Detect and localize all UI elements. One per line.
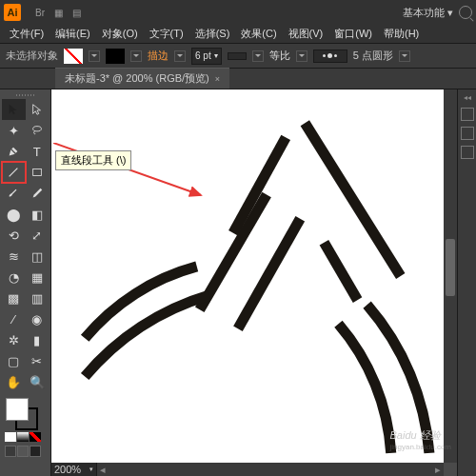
workspace-switcher[interactable]: 基本功能 ▾ (403, 6, 453, 20)
direct-selection-tool[interactable] (26, 99, 50, 120)
menu-help[interactable]: 帮助(H) (380, 27, 423, 41)
doc-icon[interactable]: ▤ (69, 5, 84, 20)
document-tabs: 未标题-3* @ 200% (RGB/预览) × (0, 69, 476, 89)
magic-wand-tool[interactable]: ✦ (2, 120, 26, 141)
gradient-tool[interactable]: ▥ (26, 288, 50, 308)
perspective-grid-tool[interactable]: ▦ (26, 267, 50, 288)
color-white[interactable] (5, 432, 16, 442)
panel-icon-3[interactable] (461, 146, 474, 159)
color-none[interactable] (30, 432, 41, 442)
search-icon[interactable] (459, 6, 472, 19)
column-graph-tool[interactable]: ▮ (26, 329, 50, 350)
svg-line-1 (10, 169, 18, 177)
free-transform-tool[interactable]: ◫ (26, 246, 50, 267)
menu-edit[interactable]: 编辑(E) (51, 27, 94, 41)
menu-type[interactable]: 文字(T) (146, 27, 188, 41)
panel-icon-2[interactable] (461, 127, 474, 140)
selection-status: 未选择对象 (6, 49, 58, 63)
width-tool[interactable]: ≋ (2, 246, 26, 267)
draw-inside[interactable] (30, 446, 41, 457)
draw-normal[interactable] (5, 446, 16, 457)
scale-tool[interactable]: ⤢ (26, 225, 50, 246)
document-tab[interactable]: 未标题-3* @ 200% (RGB/预览) × (55, 68, 229, 89)
blob-brush-tool[interactable]: ⬤ (2, 204, 26, 225)
eyedropper-tool[interactable]: ⁄ (2, 308, 26, 329)
bridge-icons: Br ▦ ▤ (32, 5, 84, 20)
screen-mode-row (2, 446, 49, 457)
app-logo-icon: Ai (4, 4, 21, 21)
stroke-weight-input[interactable]: 6 pt▾ (191, 48, 222, 65)
panel-dock: ◂◂ (457, 89, 476, 476)
menu-window[interactable]: 窗口(W) (330, 27, 376, 41)
tool-tooltip: 直线段工具 (\) (55, 150, 131, 170)
profile-preview[interactable] (313, 50, 347, 63)
toolbox-grip[interactable] (2, 91, 49, 99)
selection-tool[interactable] (2, 99, 26, 120)
menu-file[interactable]: 文件(F) (6, 27, 48, 41)
color-mode-swatches (2, 432, 49, 442)
eraser-tool[interactable]: ◧ (26, 204, 50, 225)
horizontal-scrollbar: 200%▾ ◂ ▸ (51, 463, 444, 476)
artboard[interactable] (51, 89, 444, 463)
document-tab-label: 未标题-3* @ 200% (RGB/预览) (65, 71, 209, 86)
stroke-swatch[interactable] (106, 49, 125, 64)
blend-tool[interactable]: ◉ (26, 308, 50, 329)
slice-tool[interactable]: ✂ (26, 350, 50, 371)
fill-swatch[interactable] (64, 49, 83, 64)
scale-label: 等比 (269, 49, 290, 63)
profile-label: 5 点圆形 (353, 49, 393, 63)
menu-bar: 文件(F) 编辑(E) 对象(O) 文字(T) 选择(S) 效果(C) 视图(V… (0, 25, 476, 44)
nav-prev-icon[interactable]: ◂ (97, 464, 109, 476)
control-bar: 未选择对象 描边 6 pt▾ 等比 5 点圆形 (0, 44, 476, 69)
vertical-scrollbar[interactable] (444, 89, 457, 463)
stroke-weight-stepper-icon[interactable] (174, 50, 186, 62)
rotate-tool[interactable]: ⟲ (2, 225, 26, 246)
scale-dropdown-icon[interactable] (296, 50, 307, 62)
vertical-scroll-thumb[interactable] (446, 239, 455, 296)
dock-expand-icon[interactable]: ◂◂ (464, 93, 471, 102)
bridge-icon[interactable]: Br (32, 5, 48, 20)
lasso-tool[interactable] (26, 120, 50, 141)
paintbrush-tool[interactable] (2, 183, 26, 204)
pencil-tool[interactable] (26, 183, 50, 204)
main-area: ✦ T ⬤◧ ⟲⤢ ≋◫ ◔▦ ▩▥ ⁄◉ ✲▮ ▢✂ ✋🔍 (0, 89, 476, 476)
svg-line-7 (324, 243, 357, 300)
title-bar: Ai Br ▦ ▤ 基本功能 ▾ (0, 0, 476, 25)
zoom-tool[interactable]: 🔍 (26, 371, 50, 392)
menu-object[interactable]: 对象(O) (98, 27, 142, 41)
rectangle-tool[interactable] (26, 162, 50, 183)
canvas-area: 200%▾ ◂ ▸ (51, 89, 457, 476)
line-segment-tool[interactable] (2, 162, 26, 183)
panel-icon-1[interactable] (461, 108, 474, 121)
color-gradient[interactable] (17, 432, 29, 442)
menu-select[interactable]: 选择(S) (191, 27, 234, 41)
svg-rect-2 (32, 169, 41, 176)
layout-icon[interactable]: ▦ (50, 5, 66, 20)
shape-builder-tool[interactable]: ◔ (2, 267, 26, 288)
menu-view[interactable]: 视图(V) (285, 27, 327, 41)
mesh-tool[interactable]: ▩ (2, 288, 26, 308)
stroke-label[interactable]: 描边 (148, 49, 169, 63)
hand-tool[interactable]: ✋ (2, 371, 26, 392)
fill-stroke-control[interactable] (2, 396, 49, 430)
close-tab-icon[interactable]: × (215, 74, 220, 84)
svg-line-4 (305, 123, 400, 276)
pen-tool[interactable] (2, 141, 26, 162)
stroke-dropdown-icon[interactable] (130, 50, 142, 62)
zoom-level-input[interactable]: 200%▾ (51, 463, 97, 476)
symbol-sprayer-tool[interactable]: ✲ (2, 329, 26, 350)
profile-dropdown-icon[interactable] (399, 50, 410, 62)
dash-preview[interactable] (228, 52, 247, 60)
svg-point-0 (32, 127, 41, 131)
draw-behind[interactable] (17, 446, 29, 457)
dash-dropdown-icon[interactable] (252, 50, 264, 62)
fill-dropdown-icon[interactable] (89, 50, 100, 62)
toolbox: ✦ T ⬤◧ ⟲⤢ ≋◫ ◔▦ ▩▥ ⁄◉ ✲▮ ▢✂ ✋🔍 (0, 89, 51, 476)
svg-line-3 (233, 137, 286, 232)
nav-next-icon[interactable]: ▸ (432, 464, 444, 476)
type-tool[interactable]: T (26, 141, 50, 162)
fill-color[interactable] (6, 398, 29, 421)
artwork (51, 89, 444, 463)
artboard-tool[interactable]: ▢ (2, 350, 26, 371)
menu-effect[interactable]: 效果(C) (237, 27, 280, 41)
